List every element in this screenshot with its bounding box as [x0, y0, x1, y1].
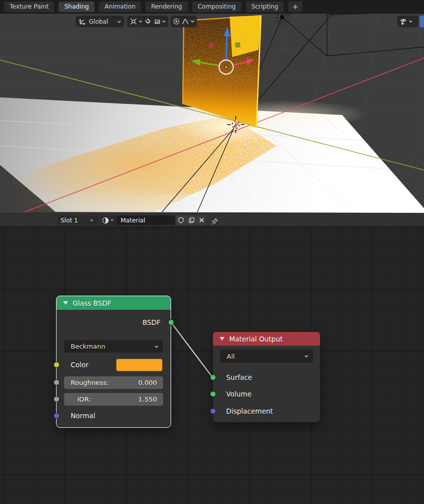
- input-label-surface: Surface: [226, 373, 252, 382]
- browse-material-button[interactable]: [100, 215, 116, 225]
- shader-editor-header: Slot 1 Material: [0, 213, 424, 227]
- object-origin: [225, 66, 228, 69]
- slot-label: Slot 1: [61, 217, 78, 224]
- socket-input-displacement[interactable]: [210, 408, 216, 414]
- shader-node-editor[interactable]: Glass BSDF BSDF Beckmann Color Roughness…: [0, 227, 424, 504]
- socket-input-roughness[interactable]: [54, 379, 60, 385]
- unlink-material-button[interactable]: [197, 215, 206, 225]
- distribution-dropdown[interactable]: Beckmann: [64, 340, 163, 353]
- node-title: Glass BSDF: [73, 299, 112, 307]
- tab-scripting[interactable]: Scripting: [246, 2, 284, 12]
- add-workspace-button[interactable]: +: [288, 2, 302, 12]
- socket-input-ior[interactable]: [54, 396, 60, 402]
- ior-slider[interactable]: IOR: 1.550: [64, 393, 163, 406]
- object-type-visibility-dropdown[interactable]: [397, 16, 418, 27]
- input-label-displacement: Displacement: [226, 407, 273, 416]
- viewport-render: [0, 14, 424, 213]
- tab-shading[interactable]: Shading: [59, 2, 94, 12]
- fake-user-button[interactable]: [176, 215, 186, 225]
- material-name-field[interactable]: Material: [117, 215, 175, 225]
- transform-orientation-icon: [78, 17, 87, 26]
- orientation-label: Global: [89, 18, 108, 25]
- output-target-dropdown[interactable]: All: [220, 350, 313, 363]
- gizmo-plane-x[interactable]: [208, 43, 214, 48]
- socket-input-surface[interactable]: [210, 374, 216, 380]
- link-bsdf-to-surface: [171, 322, 213, 377]
- node-header-material-output[interactable]: Material Output: [213, 332, 320, 346]
- node-header-glass[interactable]: Glass BSDF: [57, 296, 171, 310]
- chevron-down-icon[interactable]: [190, 19, 196, 25]
- ior-value: 1.550: [138, 396, 157, 403]
- snap-magnet-icon[interactable]: [144, 17, 152, 26]
- socket-input-volume[interactable]: [210, 391, 216, 397]
- blender-window: Texture Paint Shading Animation Renderin…: [0, 0, 424, 504]
- tab-compositing[interactable]: Compositing: [192, 2, 241, 12]
- roughness-slider[interactable]: Roughness: 0.000: [64, 376, 163, 389]
- proportional-editing-icon[interactable]: [172, 17, 181, 26]
- transform-orientation-dropdown[interactable]: Global: [76, 16, 124, 27]
- close-icon: [197, 216, 206, 225]
- workspace-tabbar: Texture Paint Shading Animation Renderin…: [0, 0, 424, 14]
- copy-icon: [187, 216, 196, 225]
- pin-icon[interactable]: [210, 216, 219, 226]
- target-value: All: [227, 353, 235, 360]
- input-label-volume: Volume: [226, 389, 251, 399]
- tab-rendering[interactable]: Rendering: [145, 2, 187, 12]
- pivot-point-icon: [129, 17, 138, 26]
- socket-input-normal[interactable]: [54, 413, 60, 419]
- input-label-normal: Normal: [71, 411, 95, 420]
- socket-output-bsdf[interactable]: [168, 319, 174, 325]
- proportional-edit-controls: [171, 16, 197, 27]
- ior-label: IOR:: [77, 396, 91, 403]
- roughness-value: 0.000: [138, 379, 157, 386]
- node-glass-bsdf[interactable]: Glass BSDF BSDF Beckmann Color Roughness…: [57, 296, 171, 427]
- duplicate-material-button[interactable]: [186, 215, 196, 225]
- proportional-falloff-icon[interactable]: [181, 17, 189, 26]
- material-slot-dropdown[interactable]: Slot 1: [57, 215, 98, 225]
- chevron-down-icon: [153, 344, 160, 350]
- visibility-eye-cursor-icon: [399, 17, 408, 26]
- distribution-value: Beckmann: [71, 343, 105, 350]
- snap-target-icon[interactable]: [154, 17, 161, 26]
- roughness-label: Roughness:: [71, 379, 109, 386]
- chevron-down-icon[interactable]: [161, 19, 167, 25]
- gizmo-toggle-partial-icon[interactable]: [419, 16, 424, 27]
- node-title: Material Output: [229, 335, 283, 343]
- color-swatch[interactable]: [116, 359, 163, 371]
- material-sphere-icon: [101, 216, 110, 225]
- collapse-triangle-icon[interactable]: [63, 301, 68, 305]
- material-name: Material: [121, 217, 145, 224]
- tab-animation[interactable]: Animation: [99, 2, 141, 12]
- chevron-down-icon: [110, 217, 115, 223]
- output-label-bsdf: BSDF: [142, 318, 161, 327]
- tab-texture-paint[interactable]: Texture Paint: [4, 2, 54, 12]
- chevron-down-icon: [408, 19, 414, 25]
- chevron-down-icon: [303, 353, 309, 359]
- gizmo-plane-y[interactable]: [235, 42, 241, 48]
- input-label-color: Color: [71, 360, 88, 369]
- 3d-viewport[interactable]: Global: [0, 14, 424, 213]
- node-material-output[interactable]: Material Output All Surface Volume Displ…: [213, 332, 320, 422]
- snap-controls: [143, 16, 168, 27]
- collapse-triangle-icon[interactable]: [220, 337, 225, 341]
- chevron-down-icon: [116, 19, 122, 25]
- socket-input-color[interactable]: [54, 362, 60, 368]
- shield-icon: [176, 216, 185, 225]
- chevron-down-icon: [89, 217, 95, 223]
